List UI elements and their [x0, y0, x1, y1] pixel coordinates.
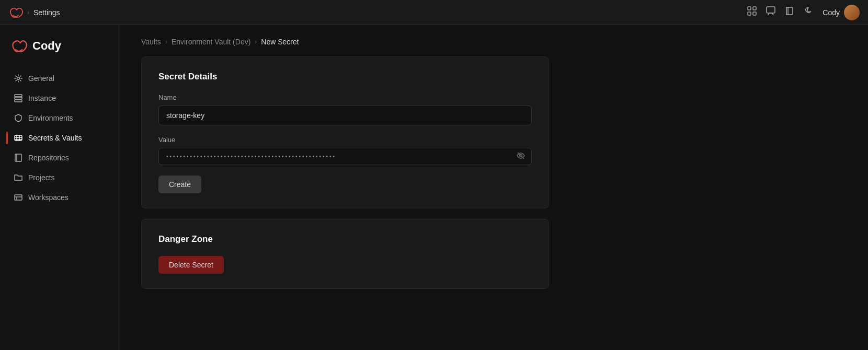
shield-icon [14, 113, 23, 123]
delete-secret-button[interactable]: Delete Secret [158, 256, 224, 274]
moon-icon[interactable] [804, 6, 813, 18]
topnav-logo-icon [8, 5, 23, 20]
key-icon [14, 133, 23, 143]
svg-point-6 [17, 77, 20, 80]
toggle-visibility-icon[interactable] [516, 151, 526, 162]
danger-zone-title: Danger Zone [158, 234, 532, 244]
breadcrumb-current: New Secret [261, 38, 299, 46]
breadcrumb: Vaults › Environment Vault (Dev) › New S… [141, 38, 847, 46]
repo-icon [14, 153, 23, 162]
secret-details-title: Secret Details [158, 72, 532, 82]
sidebar-item-secrets-vaults[interactable]: Secrets & Vaults [8, 129, 111, 147]
workspace-icon [14, 193, 23, 202]
book-icon[interactable] [785, 6, 794, 18]
grid-icon[interactable] [747, 6, 757, 18]
svg-rect-7 [15, 95, 22, 97]
sidebar-item-workspaces[interactable]: Workspaces [8, 188, 111, 207]
sidebar-label-secrets-vaults: Secrets & Vaults [28, 134, 82, 142]
sidebar-label-instance: Instance [28, 94, 56, 102]
sidebar-brand-logo-icon [10, 38, 27, 54]
sidebar-label-projects: Projects [28, 173, 55, 182]
breadcrumb-vaults[interactable]: Vaults [141, 38, 161, 46]
create-button[interactable]: Create [158, 176, 201, 193]
name-input[interactable] [158, 106, 532, 125]
svg-rect-2 [748, 12, 751, 15]
value-form-group: Value [158, 136, 532, 165]
chat-icon[interactable] [766, 6, 775, 18]
folder-icon [14, 173, 23, 182]
main-layout: Cody General Instance [0, 25, 868, 350]
sidebar: Cody General Instance [0, 25, 120, 350]
breadcrumb-sep-2: › [255, 38, 257, 45]
svg-rect-4 [767, 7, 775, 13]
sidebar-brand-name: Cody [32, 39, 61, 53]
svg-rect-1 [753, 7, 756, 10]
sidebar-label-environments: Environments [28, 114, 73, 122]
breadcrumb-sep-1: › [165, 38, 167, 45]
main-content: Vaults › Environment Vault (Dev) › New S… [120, 25, 868, 350]
value-input-wrapper [158, 148, 532, 165]
secret-details-card: Secret Details Name Value [141, 56, 549, 208]
sidebar-item-instance[interactable]: Instance [8, 89, 111, 108]
sidebar-item-environments[interactable]: Environments [8, 109, 111, 127]
sidebar-label-general: General [28, 74, 54, 83]
svg-rect-9 [15, 100, 22, 102]
danger-zone-card: Danger Zone Delete Secret [141, 219, 549, 289]
sidebar-label-repositories: Repositories [28, 154, 69, 162]
svg-rect-3 [753, 12, 756, 15]
avatar [844, 5, 860, 20]
value-input[interactable] [158, 148, 532, 165]
breadcrumb-env-vault[interactable]: Environment Vault (Dev) [172, 38, 250, 46]
svg-rect-0 [748, 7, 751, 10]
topnav-right: Cody [747, 5, 860, 20]
sidebar-item-projects[interactable]: Projects [8, 168, 111, 187]
username-label: Cody [823, 8, 840, 17]
topnav: › Settings [0, 0, 868, 25]
svg-rect-15 [15, 154, 21, 161]
svg-rect-8 [15, 97, 22, 99]
sidebar-item-repositories[interactable]: Repositories [8, 148, 111, 167]
user-menu[interactable]: Cody [823, 5, 860, 20]
svg-rect-17 [15, 195, 22, 200]
sidebar-item-general[interactable]: General [8, 69, 111, 88]
topnav-title: Settings [33, 8, 60, 17]
topnav-left: › Settings [8, 5, 60, 20]
name-form-group: Name [158, 94, 532, 125]
sidebar-brand: Cody [8, 38, 111, 54]
sidebar-label-workspaces: Workspaces [28, 193, 68, 202]
name-label: Name [158, 94, 532, 101]
value-label: Value [158, 136, 532, 144]
gear-icon [14, 74, 23, 83]
topnav-chevron-icon: › [27, 9, 29, 16]
instance-icon [14, 94, 23, 103]
